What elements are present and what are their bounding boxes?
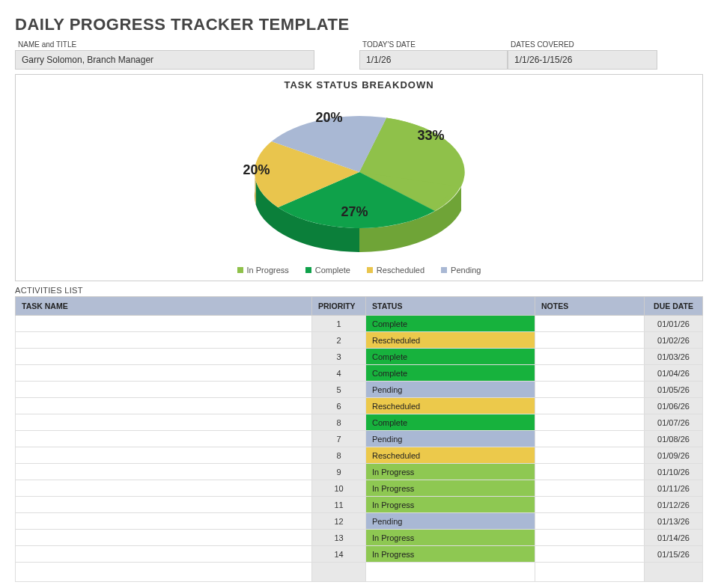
priority-cell[interactable]: 7 bbox=[312, 431, 366, 447]
notes-cell[interactable] bbox=[535, 398, 645, 414]
priority-cell[interactable]: 14 bbox=[312, 546, 366, 563]
priority-cell[interactable]: 1 bbox=[312, 316, 366, 332]
task-name-cell[interactable] bbox=[16, 447, 312, 464]
status-cell[interactable]: Pending bbox=[366, 513, 535, 530]
table-row: 4Complete01/04/26 bbox=[16, 365, 703, 382]
notes-cell[interactable] bbox=[535, 497, 645, 513]
priority-cell[interactable]: 5 bbox=[312, 382, 366, 398]
priority-cell[interactable]: 13 bbox=[312, 530, 366, 546]
due-date-cell[interactable]: 01/10/26 bbox=[645, 464, 703, 480]
legend-pending: Pending bbox=[441, 266, 481, 275]
col-notes: NOTES bbox=[535, 297, 645, 316]
task-name-cell[interactable] bbox=[16, 513, 312, 530]
due-date-cell[interactable]: 01/14/26 bbox=[645, 530, 703, 546]
col-priority: PRIORITY bbox=[312, 297, 366, 316]
due-date-cell[interactable]: 01/07/26 bbox=[645, 414, 703, 431]
status-cell[interactable]: Complete bbox=[366, 316, 535, 332]
task-name-cell[interactable] bbox=[16, 382, 312, 398]
due-date-cell[interactable]: 01/02/26 bbox=[645, 332, 703, 349]
todays-date-input[interactable]: 1/1/26 bbox=[359, 50, 508, 70]
notes-cell[interactable] bbox=[535, 480, 645, 497]
swatch-icon bbox=[237, 267, 243, 273]
notes-cell[interactable] bbox=[535, 530, 645, 546]
table-row: 2Rescheduled01/02/26 bbox=[16, 332, 703, 349]
table-row: 3Complete01/03/26 bbox=[16, 349, 703, 365]
due-date-cell[interactable]: 01/11/26 bbox=[645, 480, 703, 497]
task-name-cell[interactable] bbox=[16, 480, 312, 497]
due-date-cell[interactable]: 01/09/26 bbox=[645, 447, 703, 464]
priority-cell[interactable]: 9 bbox=[312, 464, 366, 480]
task-name-cell[interactable] bbox=[16, 464, 312, 480]
status-cell[interactable]: In Progress bbox=[366, 480, 535, 497]
table-row: 7Pending01/08/26 bbox=[16, 431, 703, 447]
notes-cell[interactable] bbox=[535, 513, 645, 530]
task-name-cell[interactable] bbox=[16, 431, 312, 447]
table-row: 9In Progress01/10/26 bbox=[16, 464, 703, 480]
status-cell[interactable]: Rescheduled bbox=[366, 398, 535, 414]
empty-cell[interactable] bbox=[645, 563, 703, 582]
due-date-cell[interactable]: 01/08/26 bbox=[645, 431, 703, 447]
status-cell[interactable]: In Progress bbox=[366, 464, 535, 480]
notes-cell[interactable] bbox=[535, 332, 645, 349]
priority-cell[interactable]: 2 bbox=[312, 332, 366, 349]
pie-chart: 33% 27% 20% 20% bbox=[22, 94, 696, 264]
empty-cell[interactable] bbox=[366, 563, 535, 582]
status-cell[interactable]: Pending bbox=[366, 382, 535, 398]
priority-cell[interactable]: 3 bbox=[312, 349, 366, 365]
due-date-cell[interactable]: 01/13/26 bbox=[645, 513, 703, 530]
status-cell[interactable]: Rescheduled bbox=[366, 332, 535, 349]
name-title-input[interactable]: Garry Solomon, Branch Manager bbox=[15, 50, 314, 70]
status-cell[interactable]: In Progress bbox=[366, 530, 535, 546]
status-cell[interactable]: Rescheduled bbox=[366, 447, 535, 464]
task-name-cell[interactable] bbox=[16, 349, 312, 365]
status-cell[interactable]: Pending bbox=[366, 431, 535, 447]
due-date-cell[interactable]: 01/06/26 bbox=[645, 398, 703, 414]
task-name-cell[interactable] bbox=[16, 546, 312, 563]
notes-cell[interactable] bbox=[535, 365, 645, 382]
task-name-cell[interactable] bbox=[16, 316, 312, 332]
notes-cell[interactable] bbox=[535, 464, 645, 480]
status-cell[interactable]: In Progress bbox=[366, 546, 535, 563]
legend-label: In Progress bbox=[247, 266, 289, 275]
notes-cell[interactable] bbox=[535, 349, 645, 365]
priority-cell[interactable]: 12 bbox=[312, 513, 366, 530]
due-date-cell[interactable]: 01/01/26 bbox=[645, 316, 703, 332]
status-cell[interactable]: Complete bbox=[366, 365, 535, 382]
due-date-cell[interactable]: 01/05/26 bbox=[645, 382, 703, 398]
priority-cell[interactable]: 8 bbox=[312, 447, 366, 464]
status-cell[interactable]: In Progress bbox=[366, 497, 535, 513]
notes-cell[interactable] bbox=[535, 316, 645, 332]
task-name-cell[interactable] bbox=[16, 530, 312, 546]
notes-cell[interactable] bbox=[535, 382, 645, 398]
table-row: 14In Progress01/15/26 bbox=[16, 546, 703, 563]
task-name-cell[interactable] bbox=[16, 332, 312, 349]
due-date-cell[interactable]: 01/04/26 bbox=[645, 365, 703, 382]
empty-cell[interactable] bbox=[16, 563, 312, 582]
notes-cell[interactable] bbox=[535, 546, 645, 563]
priority-cell[interactable]: 11 bbox=[312, 497, 366, 513]
priority-cell[interactable]: 4 bbox=[312, 365, 366, 382]
notes-cell[interactable] bbox=[535, 414, 645, 431]
col-status: STATUS bbox=[366, 297, 535, 316]
table-row: 10In Progress01/11/26 bbox=[16, 480, 703, 497]
empty-cell[interactable] bbox=[535, 563, 645, 582]
dates-covered-input[interactable]: 1/1/26-1/15/26 bbox=[508, 50, 657, 70]
due-date-cell[interactable]: 01/12/26 bbox=[645, 497, 703, 513]
priority-cell[interactable]: 10 bbox=[312, 480, 366, 497]
due-date-cell[interactable]: 01/15/26 bbox=[645, 546, 703, 563]
due-date-cell[interactable]: 01/03/26 bbox=[645, 349, 703, 365]
chart-title: TASK STATUS BREAKDOWN bbox=[22, 79, 696, 91]
task-name-cell[interactable] bbox=[16, 365, 312, 382]
task-name-cell[interactable] bbox=[16, 497, 312, 513]
notes-cell[interactable] bbox=[535, 447, 645, 464]
task-name-cell[interactable] bbox=[16, 414, 312, 431]
status-cell[interactable]: Complete bbox=[366, 414, 535, 431]
activities-list-title: ACTIVITIES LIST bbox=[15, 286, 703, 295]
priority-cell[interactable]: 8 bbox=[312, 414, 366, 431]
empty-cell[interactable] bbox=[312, 563, 366, 582]
table-row: 11In Progress01/12/26 bbox=[16, 497, 703, 513]
status-cell[interactable]: Complete bbox=[366, 349, 535, 365]
notes-cell[interactable] bbox=[535, 431, 645, 447]
priority-cell[interactable]: 6 bbox=[312, 398, 366, 414]
task-name-cell[interactable] bbox=[16, 398, 312, 414]
